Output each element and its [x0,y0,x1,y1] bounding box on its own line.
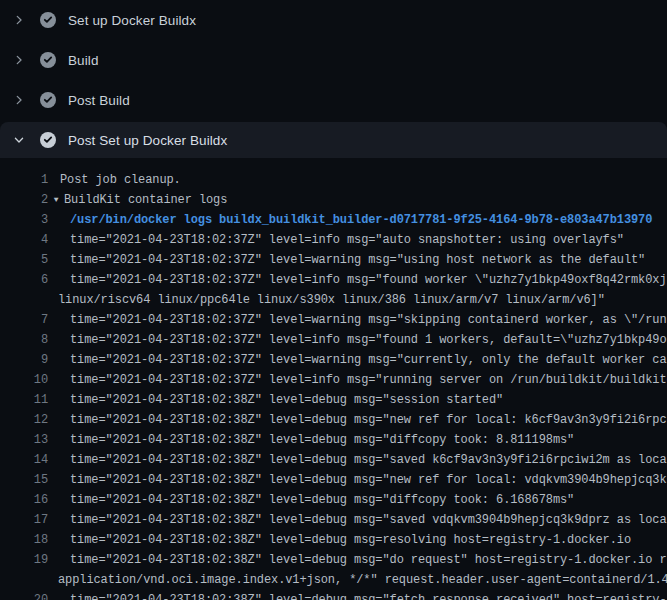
chevron-right-icon[interactable] [12,53,26,67]
log-text: time="2021-04-23T18:02:38Z" level=debug … [70,450,667,470]
step-row-set-up-docker-buildx[interactable]: Set up Docker Buildx [0,0,667,40]
log-text: time="2021-04-23T18:02:38Z" level=debug … [70,470,667,490]
log-text: Post job cleanup. [60,170,181,190]
step-row-build[interactable]: Build [0,40,667,80]
log-text: application/vnd.oci.image.index.v1+json,… [58,570,667,590]
log-text: time="2021-04-23T18:02:37Z" level=info m… [70,270,667,290]
line-number[interactable]: 5 [22,250,48,270]
chevron-right-icon[interactable] [12,13,26,27]
log-text: time="2021-04-23T18:02:37Z" level=info m… [70,230,624,250]
log-line: 10 time="2021-04-23T18:02:37Z" level=inf… [0,370,667,390]
step-row-post-build[interactable]: Post Build [0,80,667,120]
log-line: application/vnd.oci.image.index.v1+json,… [0,570,667,590]
step-label: Post Set up Docker Buildx [68,133,227,148]
log-line: 1 Post job cleanup. [0,170,667,190]
log-line: 14 time="2021-04-23T18:02:38Z" level=deb… [0,450,667,470]
log-panel: 1 Post job cleanup. 2 ▼ BuildKit contain… [0,158,667,600]
log-line: 20 time="2021-04-23T18:02:38Z" level=deb… [0,590,667,600]
line-number[interactable]: 12 [22,410,48,430]
log-group-header[interactable]: 2 ▼ BuildKit container logs [0,190,667,210]
check-circle-icon [40,132,56,148]
chevron-down-icon[interactable] [12,133,26,147]
line-number[interactable]: 6 [22,270,48,290]
log-line: linux/riscv64 linux/ppc64le linux/s390x … [0,290,667,310]
log-text: time="2021-04-23T18:02:37Z" level=warnin… [70,250,645,270]
line-number[interactable]: 3 [22,210,48,230]
log-line: 15 time="2021-04-23T18:02:38Z" level=deb… [0,470,667,490]
log-line: 5 time="2021-04-23T18:02:37Z" level=warn… [0,250,667,270]
log-text: time="2021-04-23T18:02:38Z" level=debug … [70,430,574,450]
line-number[interactable]: 18 [22,530,48,550]
line-number[interactable]: 7 [22,310,48,330]
check-circle-icon [40,12,56,28]
line-number[interactable]: 1 [22,170,48,190]
chevron-right-icon[interactable] [12,93,26,107]
log-line: 7 time="2021-04-23T18:02:37Z" level=warn… [0,310,667,330]
log-line: 11 time="2021-04-23T18:02:38Z" level=deb… [0,390,667,410]
log-text: time="2021-04-23T18:02:38Z" level=debug … [70,490,574,510]
line-number[interactable]: 4 [22,230,48,250]
step-label: Post Build [68,93,130,108]
line-number[interactable]: 10 [22,370,48,390]
log-line: 16 time="2021-04-23T18:02:38Z" level=deb… [0,490,667,510]
line-number[interactable]: 13 [22,430,48,450]
log-line: 18 time="2021-04-23T18:02:38Z" level=deb… [0,530,667,550]
check-circle-icon [40,52,56,68]
log-line: 6 time="2021-04-23T18:02:37Z" level=info… [0,270,667,290]
log-line: 12 time="2021-04-23T18:02:38Z" level=deb… [0,410,667,430]
log-line: 3 /usr/bin/docker logs buildx_buildkit_b… [0,210,667,230]
line-number[interactable]: 2 [22,190,48,210]
step-label: Set up Docker Buildx [68,13,196,28]
log-line: 19 time="2021-04-23T18:02:38Z" level=deb… [0,550,667,570]
actions-log-viewer: Set up Docker Buildx Build P [0,0,667,600]
group-toggle-icon[interactable]: ▼ [50,190,62,210]
log-line: 4 time="2021-04-23T18:02:37Z" level=info… [0,230,667,250]
log-text: time="2021-04-23T18:02:38Z" level=debug … [70,390,503,410]
line-number[interactable]: 8 [22,330,48,350]
log-line: 8 time="2021-04-23T18:02:37Z" level=info… [0,330,667,350]
log-text: time="2021-04-23T18:02:38Z" level=debug … [70,410,667,430]
step-label: Build [68,53,99,68]
log-text: time="2021-04-23T18:02:38Z" level=debug … [70,530,631,550]
log-text: time="2021-04-23T18:02:37Z" level=info m… [70,330,667,350]
line-number[interactable]: 17 [22,510,48,530]
step-row-post-set-up-docker-buildx[interactable]: Post Set up Docker Buildx [0,122,667,158]
log-line: 13 time="2021-04-23T18:02:38Z" level=deb… [0,430,667,450]
log-text: time="2021-04-23T18:02:37Z" level=warnin… [70,310,667,330]
line-number[interactable]: 20 [22,590,48,600]
log-text: time="2021-04-23T18:02:38Z" level=debug … [70,510,667,530]
log-text: /usr/bin/docker logs buildx_buildkit_bui… [70,210,652,230]
log-text: BuildKit container logs [64,190,227,210]
log-line: 17 time="2021-04-23T18:02:38Z" level=deb… [0,510,667,530]
line-number[interactable]: 15 [22,470,48,490]
log-text: time="2021-04-23T18:02:38Z" level=debug … [70,550,667,570]
log-text: linux/riscv64 linux/ppc64le linux/s390x … [58,290,605,310]
line-number[interactable]: 14 [22,450,48,470]
log-text: time="2021-04-23T18:02:37Z" level=info m… [70,370,667,390]
line-number[interactable]: 11 [22,390,48,410]
log-text: time="2021-04-23T18:02:38Z" level=debug … [70,590,667,600]
line-number[interactable]: 19 [22,550,48,570]
steps-list: Set up Docker Buildx Build P [0,0,667,158]
log-line: 9 time="2021-04-23T18:02:37Z" level=warn… [0,350,667,370]
line-number[interactable]: 9 [22,350,48,370]
log-text: time="2021-04-23T18:02:37Z" level=warnin… [70,350,667,370]
line-number[interactable]: 16 [22,490,48,510]
check-circle-icon [40,92,56,108]
